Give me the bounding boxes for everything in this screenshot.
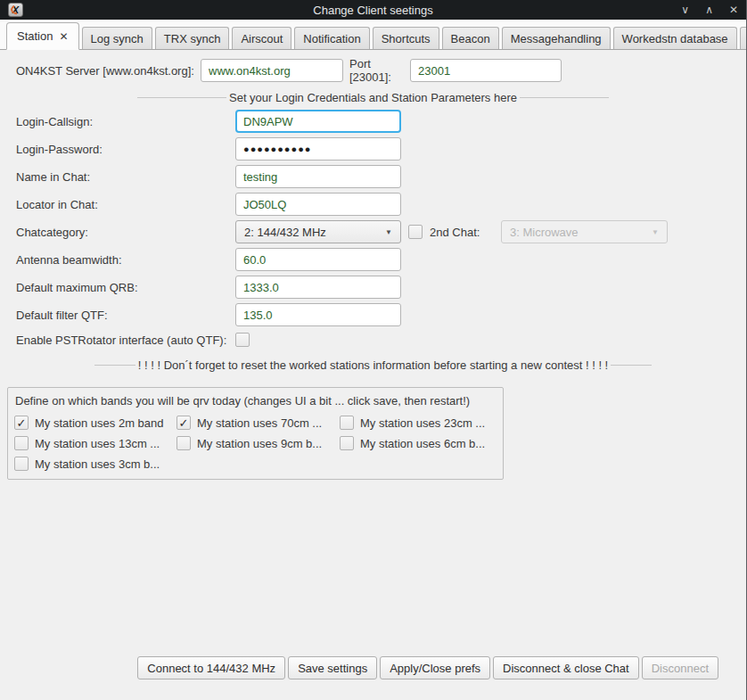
tab-notification[interactable]: Notification (294, 27, 369, 49)
locator-input[interactable] (235, 193, 401, 216)
preferences-window: X Change Client seetings ∨ ∧ ✕ Station ✕… (0, 0, 747, 700)
band-9cm[interactable]: ✓ My station uses 9cm b... (176, 436, 340, 450)
second-chat-checkbox[interactable]: ✓ (408, 225, 423, 239)
tab-airscout[interactable]: Airscout (232, 27, 291, 49)
tab-station[interactable]: Station ✕ (6, 22, 79, 50)
second-chat-label: 2nd Chat: (430, 226, 488, 239)
apply-close-prefs-button[interactable]: Apply/Close prefs (380, 656, 490, 679)
port-input[interactable] (410, 59, 562, 82)
station-tab-panel: ON4KST Server [www.on4kst.org]: Port [23… (0, 50, 746, 700)
tab-gui[interactable]: GUI (740, 27, 747, 49)
bands-group-title: Define on which bands you will be qrv to… (15, 394, 497, 408)
tab-trx-synch[interactable]: TRX synch (155, 27, 230, 49)
chevron-down-icon: ▼ (652, 228, 659, 236)
tab-label: Shortcuts (382, 32, 431, 45)
tab-label: Airscout (241, 32, 283, 45)
pstrotator-checkbox[interactable]: ✓ (235, 333, 250, 347)
save-settings-button[interactable]: Save settings (288, 656, 377, 679)
band-13cm[interactable]: ✓ My station uses 13cm ... (14, 436, 176, 450)
tab-label: Notification (303, 32, 360, 45)
pstrotator-label: Enable PSTRotator interface (auto QTF): (16, 334, 235, 347)
tab-label: Messagehandling (511, 32, 602, 45)
callsign-label: Login-Callsign: (16, 115, 235, 128)
checkbox-icon: ✓ (14, 416, 29, 430)
port-label: Port [23001]: (349, 57, 410, 84)
tab-label: TRX synch (164, 32, 221, 45)
checkbox-icon: ✓ (14, 457, 29, 471)
checkbox-icon: ✓ (176, 416, 191, 430)
app-icon: X (8, 3, 23, 17)
chevron-down-icon: ▼ (385, 228, 392, 236)
password-label: Login-Password: (16, 143, 235, 156)
tab-beacon[interactable]: Beacon (442, 27, 499, 49)
credentials-divider: Set your Login Credentials and Station P… (0, 89, 746, 105)
tab-close-icon[interactable]: ✕ (59, 30, 68, 43)
tab-label: Station (17, 29, 53, 43)
checkbox-icon: ✓ (340, 416, 354, 430)
checkbox-icon: ✓ (14, 436, 29, 450)
disconnect-button: Disconnect (642, 656, 718, 679)
locator-label: Locator in Chat: (16, 198, 235, 211)
callsign-input[interactable] (235, 110, 401, 133)
password-input[interactable] (235, 137, 401, 161)
filter-qtf-label: Default filter QTF: (16, 309, 235, 322)
tab-messagehandling[interactable]: Messagehandling (502, 27, 611, 49)
band-23cm[interactable]: ✓ My station uses 23cm ... (340, 416, 497, 430)
bands-groupbox: Define on which bands you will be qrv to… (7, 387, 504, 480)
tab-log-synch[interactable]: Log synch (82, 27, 152, 49)
max-qrb-input[interactable] (235, 276, 401, 299)
band-70cm[interactable]: ✓ My station uses 70cm ... (176, 416, 340, 430)
server-label: ON4KST Server [www.on4kst.org]: (16, 64, 201, 78)
close-icon[interactable]: ✕ (729, 4, 738, 15)
checkbox-icon: ✓ (340, 436, 354, 450)
tab-bar: Station ✕ Log synch TRX synch Airscout N… (0, 20, 746, 50)
tab-label: Log synch (91, 32, 144, 45)
chat-name-input[interactable] (235, 165, 401, 188)
button-row: Connect to 144/432 MHz Save settings App… (0, 656, 746, 700)
contest-warning-divider: ! ! ! ! Don´t forget to reset the worked… (0, 357, 746, 373)
band-3cm[interactable]: ✓ My station uses 3cm b... (14, 457, 176, 471)
window-title: Change Client seetings (0, 4, 746, 17)
server-input[interactable] (201, 59, 343, 82)
chatcategory-dropdown[interactable]: 2: 144/432 MHz ▼ (235, 220, 401, 243)
tab-workedstn-database[interactable]: Workedstn database (613, 27, 737, 49)
band-2m[interactable]: ✓ My station uses 2m band (14, 416, 176, 430)
disconnect-close-chat-button[interactable]: Disconnect & close Chat (493, 656, 639, 679)
max-qrb-label: Default maximum QRB: (16, 281, 235, 294)
maximize-icon[interactable]: ∧ (705, 4, 713, 15)
beamwidth-input[interactable] (235, 248, 401, 271)
shade-icon[interactable]: ∨ (681, 4, 689, 15)
tab-label: Beacon (451, 32, 490, 45)
beamwidth-label: Antenna beamwidth: (16, 253, 235, 267)
second-chat-dropdown: 3: Microwave ▼ (501, 220, 668, 243)
tab-shortcuts[interactable]: Shortcuts (373, 27, 439, 49)
chatcategory-label: Chatcategory: (16, 226, 235, 239)
titlebar[interactable]: X Change Client seetings ∨ ∧ ✕ (0, 0, 746, 20)
chat-name-label: Name in Chat: (16, 170, 235, 184)
connect-button[interactable]: Connect to 144/432 MHz (137, 656, 285, 679)
band-6cm[interactable]: ✓ My station uses 6cm b... (340, 436, 497, 450)
tab-label: Workedstn database (622, 32, 728, 45)
checkbox-icon: ✓ (176, 436, 191, 450)
filter-qtf-input[interactable] (235, 303, 401, 326)
